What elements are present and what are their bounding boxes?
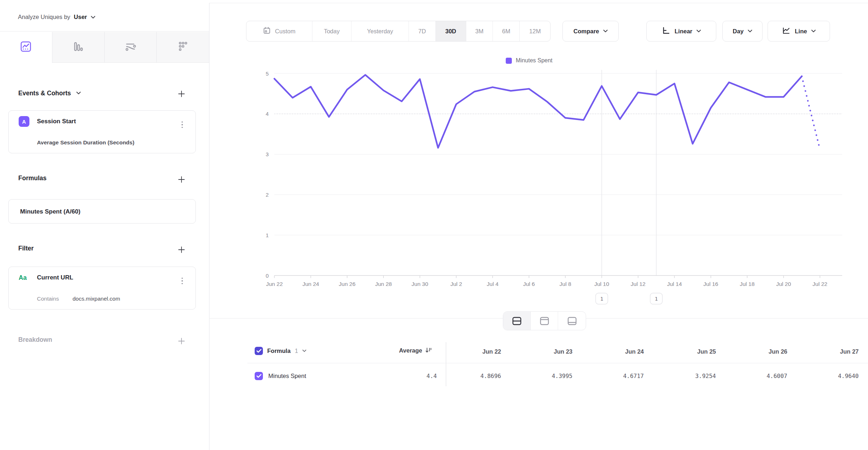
date-range-6m[interactable]: 6M xyxy=(493,21,520,41)
svg-text:Jun 24: Jun 24 xyxy=(302,281,319,287)
metrics-grid-icon xyxy=(177,41,189,54)
filter-heading: Filter xyxy=(18,245,34,252)
chevron-down-icon xyxy=(603,30,608,33)
filter-property-name: Current URL xyxy=(37,274,73,281)
add-breakdown-button[interactable] xyxy=(176,335,187,347)
svg-text:Jun 28: Jun 28 xyxy=(375,281,392,287)
chevron-down-icon[interactable] xyxy=(76,89,81,96)
date-range-12m[interactable]: 12M xyxy=(520,21,550,41)
date-range-label: Yesterday xyxy=(367,28,393,35)
cell-value: 4.6007 xyxy=(723,373,787,379)
scale-label: Linear xyxy=(675,28,693,35)
events-cohorts-title: Events & Cohorts xyxy=(18,90,71,97)
scale-button[interactable]: Linear xyxy=(646,21,716,42)
date-range-custom[interactable]: Custom xyxy=(246,21,312,41)
event-letter-badge: A xyxy=(19,116,29,127)
svg-text:Jul 14: Jul 14 xyxy=(667,281,682,287)
svg-text:Jul 10: Jul 10 xyxy=(594,281,609,287)
svg-text:1: 1 xyxy=(655,296,657,302)
chevron-down-icon xyxy=(811,30,816,33)
breakdown-title: Breakdown xyxy=(18,336,52,343)
event-card-row: A Session Start xyxy=(9,111,195,132)
tab-bar-chart[interactable] xyxy=(52,32,105,63)
interval-button[interactable]: Day xyxy=(722,21,763,42)
date-column-header[interactable]: Jun 26 xyxy=(723,348,787,355)
compare-label: Compare xyxy=(574,28,599,35)
add-formula-button[interactable] xyxy=(176,174,187,185)
event-options-menu[interactable] xyxy=(177,119,188,130)
table-only-view-button[interactable] xyxy=(558,312,586,330)
formula-checkbox[interactable] xyxy=(255,347,263,355)
svg-text:Jun 26: Jun 26 xyxy=(339,281,356,287)
chevron-down-icon xyxy=(697,30,701,33)
date-range-yesterday[interactable]: Yesterday xyxy=(352,21,409,41)
filter-value[interactable]: docs.mixpanel.com xyxy=(72,296,120,302)
date-range-today[interactable]: Today xyxy=(312,21,352,41)
formula-card[interactable]: Minutes Spent (A/60) xyxy=(8,199,196,224)
line-chart-icon xyxy=(20,41,32,54)
date-range-7d[interactable]: 7D xyxy=(409,21,436,41)
formula-group-label[interactable]: Formula xyxy=(267,348,291,354)
average-column-header[interactable]: Average xyxy=(359,347,432,354)
event-aggregation[interactable]: Average Session Duration (Seconds) xyxy=(37,139,135,146)
date-range-label: Today xyxy=(324,28,340,35)
chart-only-view-button[interactable] xyxy=(531,312,558,330)
table-header-border xyxy=(247,363,868,363)
tab-flow[interactable] xyxy=(105,32,157,63)
table-row[interactable]: Minutes Spent xyxy=(255,372,306,380)
filter-operator[interactable]: Contains xyxy=(37,296,59,302)
filter-condition: Contains docs.mixpanel.com xyxy=(37,296,120,302)
svg-text:Jul 22: Jul 22 xyxy=(812,281,827,287)
cell-value: 4.6717 xyxy=(579,373,644,379)
formula-name: Minutes Spent (A/60) xyxy=(20,208,80,215)
svg-text:Jun 22: Jun 22 xyxy=(266,281,283,287)
cell-value: 3.9254 xyxy=(651,373,716,379)
date-range-label: 7D xyxy=(418,28,426,35)
string-property-icon: Aa xyxy=(19,274,29,282)
compare-button[interactable]: Compare xyxy=(562,21,619,42)
svg-text:1: 1 xyxy=(600,296,603,302)
svg-text:3: 3 xyxy=(266,151,269,157)
chart-style-button[interactable]: Line xyxy=(768,21,830,42)
svg-text:Jul 4: Jul 4 xyxy=(487,281,499,287)
svg-text:2: 2 xyxy=(266,192,269,198)
average-value: 4.4 xyxy=(372,373,437,379)
filter-options-menu[interactable] xyxy=(177,276,188,286)
event-card-session-start[interactable]: A Session Start Average Session Duration… xyxy=(8,110,196,153)
svg-text:4: 4 xyxy=(266,111,269,117)
date-range-3m[interactable]: 3M xyxy=(466,21,493,41)
date-range-label: 3M xyxy=(475,28,483,35)
date-range-label: Custom xyxy=(275,28,296,35)
date-column-header[interactable]: Jun 22 xyxy=(437,348,501,355)
chart-style-label: Line xyxy=(795,28,807,35)
split-view-button[interactable] xyxy=(503,312,531,330)
date-column-header[interactable]: Jun 23 xyxy=(508,348,572,355)
add-filter-button[interactable] xyxy=(176,244,187,255)
formulas-title: Formulas xyxy=(18,174,47,182)
calendar-icon xyxy=(263,27,271,36)
date-column-header[interactable]: Jun 25 xyxy=(651,348,716,355)
chevron-down-icon[interactable] xyxy=(302,350,306,352)
svg-text:Jul 16: Jul 16 xyxy=(703,281,718,287)
chart-only-view-icon xyxy=(539,316,549,326)
query-sidebar: Analyze Uniques by User xyxy=(0,3,209,450)
axis-icon xyxy=(662,26,670,36)
line-chart[interactable]: 012345Jun 22Jun 24Jun 26Jun 28Jun 30Jul … xyxy=(209,43,868,316)
sort-descending-icon xyxy=(425,347,432,354)
flow-icon xyxy=(124,41,137,54)
series-checkbox[interactable] xyxy=(255,372,263,380)
tab-line-chart[interactable] xyxy=(0,32,52,63)
date-range-30d[interactable]: 30D xyxy=(436,21,466,41)
svg-text:Jul 20: Jul 20 xyxy=(776,281,791,287)
svg-text:Jul 6: Jul 6 xyxy=(523,281,535,287)
table-group-header: Formula 1 xyxy=(255,347,306,355)
analyze-value-dropdown[interactable]: User xyxy=(74,14,87,20)
tab-metrics[interactable] xyxy=(157,32,209,63)
split-view-icon xyxy=(512,316,522,326)
date-column-header[interactable]: Jun 24 xyxy=(579,348,644,355)
filter-card-current-url[interactable]: Aa Current URL Contains docs.mixpanel.co… xyxy=(8,267,196,310)
chart-type-tabs xyxy=(0,32,209,63)
date-range-label: 6M xyxy=(502,28,510,35)
add-event-button[interactable] xyxy=(176,88,187,100)
date-column-header[interactable]: Jun 27 xyxy=(794,348,859,355)
